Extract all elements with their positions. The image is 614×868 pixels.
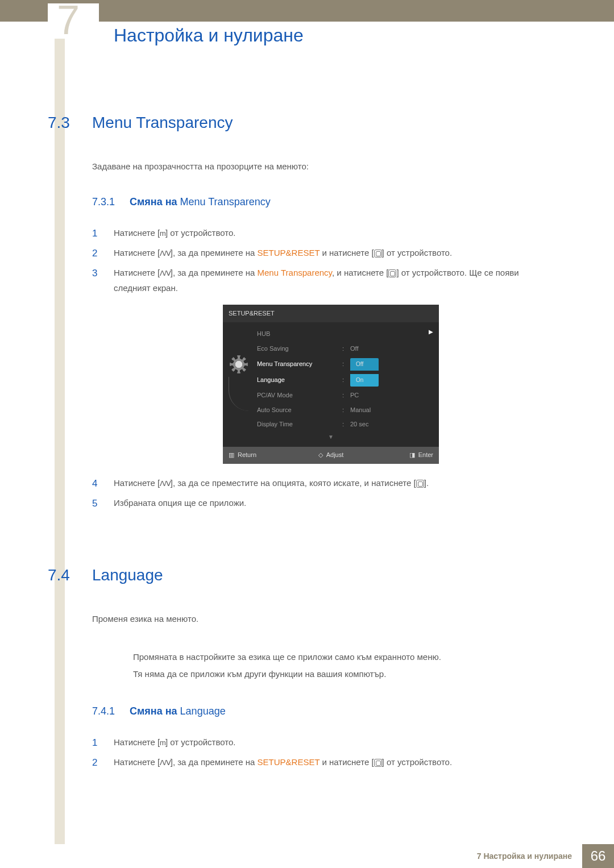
subsection-number: 7.3.1 [92,196,130,208]
t: , и натиснете [ [332,268,388,277]
section-number: 7.3 [48,114,92,132]
osd-foot-enter: ◨Enter [365,450,433,461]
step-num: 1 [92,734,97,752]
hl: SETUP&RESET [258,757,320,767]
c: : [342,359,350,370]
osd-foot-return: ▥Return [229,450,297,461]
osd-row: PC/AV Mode:PC [223,388,439,403]
osd-value: On [350,374,433,387]
enter-icon [374,759,382,767]
step-4: 4 Натиснете [ꓥ/ꓦ], за да се преместите н… [92,475,548,491]
step-num: 2 [92,754,97,772]
subsection-bold: Смяна на [130,705,177,717]
osd-label: Language [257,375,342,386]
note-line-1: Промяната в настройките за езика ще се п… [133,649,548,666]
t: ] от устройството. [165,228,236,238]
step-2: 2 Натиснете [ꓥ/ꓦ], за да преминете на SE… [92,245,548,260]
steps-list-73: 1 Натиснете [m] от устройството. 2 Натис… [92,225,548,511]
subsection-rest: Menu Transparency [177,196,271,207]
osd-row: Eco Saving:Off [223,342,439,356]
osd-body: ▶ HUB Eco Saving:Off Menu Transparency:O… [223,322,439,447]
osd-title: SETUP&RESET [223,305,439,323]
subsection-number: 7.4.1 [92,705,130,717]
step-num: 1 [92,225,97,243]
osd-row-highlighted: Menu Transparency:Off [223,356,439,372]
section-intro-74: Променя езика на менюто. [92,613,548,626]
t: ] от устройството. [382,757,453,767]
step-1: 1 Натиснете [m] от устройството. [92,734,548,750]
footer-label: 7 Настройка и нулиране [467,844,582,868]
updown-icon: ꓥ/ꓦ [160,477,171,490]
osd-label: PC/AV Mode [257,390,342,401]
t: Натиснете [ [114,737,160,747]
enter-icon [388,269,396,277]
enter-foot-icon: ◨ [409,450,415,461]
hl: Menu Transparency [258,268,332,277]
section-heading-73: 7.3Menu Transparency [48,114,548,132]
osd-row: Display Time:20 sec [223,417,439,432]
t: Return [238,450,256,461]
updown-icon: ꓥ/ꓦ [160,756,171,769]
chapter-number: 7 [57,0,80,40]
t: ], за да преминете на [171,757,258,767]
footer-page-number: 66 [582,844,614,868]
section-title: Menu Transparency [92,114,233,131]
pill-off: Off [350,358,379,371]
updown-icon: ꓥ/ꓦ [160,247,171,260]
updown-icon: ꓥ/ꓦ [160,267,171,280]
subsection-rest: Language [177,705,226,717]
c: : [342,419,350,430]
t: Избраната опция ще се приложи. [114,498,246,508]
osd-label: Eco Saving [257,343,342,355]
step-2: 2 Натиснете [ꓥ/ꓦ], за да преминете на SE… [92,754,548,770]
menu-icon: m [160,227,165,240]
page-footer: 7 Настройка и нулиране 66 [0,844,614,868]
t: Enter [418,450,433,461]
adjust-icon: ◇ [318,450,323,461]
t: Натиснете [ [114,268,160,277]
osd-value: PC [350,390,359,401]
step-num: 2 [92,245,97,263]
step-3: 3 Натиснете [ꓥ/ꓦ], за да преминете на Me… [92,265,548,464]
t: ] от устройството. [382,248,453,258]
note-line-2: Тя няма да се приложи към други функции … [133,666,548,683]
c: : [342,343,350,355]
t: ] от устройството. [165,737,236,747]
osd-value: Manual [350,405,371,416]
next-page-icon: ▶ [429,327,433,337]
chevron-down-icon: ▼ [223,432,439,445]
c: : [342,405,350,416]
c: : [342,390,350,401]
enter-icon [416,480,424,488]
t: ]. [424,478,429,488]
osd-value: Off [350,358,433,371]
menu-icon: m [160,736,165,749]
osd-row-highlighted: Language:On [223,372,439,388]
subsection-heading-731: 7.3.1Смяна на Menu Transparency [92,196,548,208]
osd-label: Auto Source [257,405,342,416]
t: Натиснете [ [114,248,160,258]
osd-label: Menu Transparency [257,359,342,370]
chapter-title: Настройка и нулиране [114,25,304,46]
step-num: 5 [92,495,97,513]
t: и натиснете [ [320,757,374,767]
step-1: 1 Натиснете [m] от устройството. [92,225,548,240]
subsection-bold: Смяна на [130,196,177,207]
osd-row: HUB [223,327,439,342]
section-title: Language [92,566,163,584]
t: Натиснете [ [114,478,160,488]
section-intro-73: Задаване на прозрачността на прозорците … [92,160,548,173]
t: и натиснете [ [320,248,374,258]
osd-row: Auto Source:Manual [223,403,439,418]
osd-label: HUB [257,329,342,340]
pill-on: On [350,374,379,387]
enter-icon [374,250,382,258]
section-heading-74: 7.4Language [48,566,548,584]
step-5: 5 Избраната опция ще се приложи. [92,495,548,510]
return-icon: ▥ [229,450,234,461]
t: ], за да преминете на [171,268,258,277]
page-content: 7.3Menu Transparency Задаване на прозрач… [48,114,548,774]
osd-value: Off [350,343,358,355]
c: : [342,375,350,386]
section-number: 7.4 [48,566,92,584]
